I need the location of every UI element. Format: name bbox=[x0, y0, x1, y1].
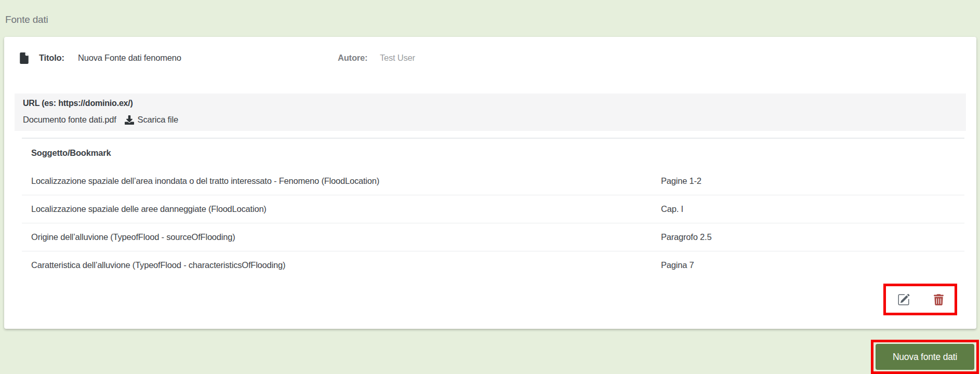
document-name: Documento fonte dati.pdf bbox=[23, 115, 116, 125]
download-icon bbox=[125, 115, 134, 125]
subject-cell: Caratteristica dell’alluvione (TypeofFlo… bbox=[22, 260, 655, 270]
document-row: Documento fonte dati.pdf Scarica file bbox=[23, 115, 178, 125]
autore-label: Autore: bbox=[338, 53, 367, 63]
annotation-box-actions bbox=[883, 284, 957, 315]
bookmark-table: Soggetto/Bookmark Localizzazione spazial… bbox=[22, 138, 964, 279]
subject-cell: Localizzazione spaziale delle aree danne… bbox=[22, 204, 655, 214]
titolo-label: Titolo: bbox=[39, 53, 64, 63]
subject-cell: Localizzazione spaziale dell’area inonda… bbox=[22, 176, 655, 186]
url-label: URL (es: https://dominio.ex/) bbox=[23, 99, 133, 108]
file-icon bbox=[20, 52, 29, 64]
title-row: Titolo: Nuova Fonte dati fenomeno Autore… bbox=[4, 52, 976, 65]
pages-cell: Cap. I bbox=[655, 204, 964, 214]
annotation-box-new-button: Nuova fonte dati bbox=[871, 340, 979, 374]
table-header-row: Soggetto/Bookmark bbox=[22, 139, 964, 167]
autore-value: Test User bbox=[380, 53, 415, 63]
trash-icon bbox=[934, 294, 944, 305]
table-row: Localizzazione spaziale delle aree danne… bbox=[22, 195, 964, 223]
pages-cell: Paragrofo 2.5 bbox=[655, 232, 964, 242]
delete-button[interactable] bbox=[934, 294, 944, 305]
table-header-subject: Soggetto/Bookmark bbox=[22, 148, 655, 158]
table-row: Caratteristica dell’alluvione (TypeofFlo… bbox=[22, 251, 964, 279]
edit-button[interactable] bbox=[897, 293, 910, 306]
nuova-fonte-dati-button[interactable]: Nuova fonte dati bbox=[876, 344, 974, 370]
pages-cell: Pagine 1-2 bbox=[655, 176, 964, 186]
fonte-dati-card: Titolo: Nuova Fonte dati fenomeno Autore… bbox=[4, 37, 976, 329]
table-row: Localizzazione spaziale dell’area inonda… bbox=[22, 167, 964, 195]
edit-pencil-icon bbox=[897, 293, 910, 306]
page-title: Fonte dati bbox=[5, 14, 48, 25]
download-link[interactable]: Scarica file bbox=[125, 115, 178, 125]
pages-cell: Pagina 7 bbox=[655, 260, 964, 270]
subject-cell: Origine dell’alluvione (TypeofFlood - so… bbox=[22, 232, 655, 242]
url-bar: URL (es: https://dominio.ex/) Documento … bbox=[15, 94, 966, 131]
download-label: Scarica file bbox=[138, 115, 178, 125]
titolo-value: Nuova Fonte dati fenomeno bbox=[78, 53, 181, 63]
table-row: Origine dell’alluvione (TypeofFlood - so… bbox=[22, 223, 964, 251]
